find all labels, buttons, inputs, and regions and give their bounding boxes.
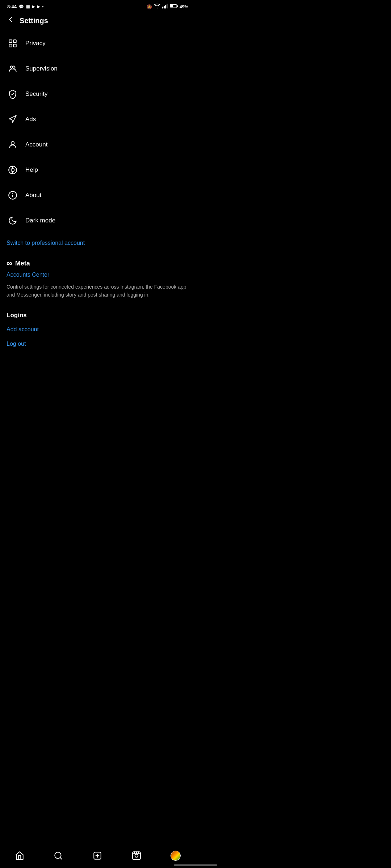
help-button[interactable]: Help bbox=[7, 157, 189, 183]
menu-item-privacy[interactable]: Privacy bbox=[7, 31, 189, 56]
svg-point-15 bbox=[11, 169, 14, 172]
meta-section: ∞ Meta Accounts Center Control settings … bbox=[0, 255, 196, 299]
logins-title: Logins bbox=[7, 312, 189, 319]
back-button[interactable] bbox=[7, 16, 14, 26]
status-bar: 8:44 💬 ▦ ▶ ▶ ● 🔕 bbox=[0, 0, 196, 12]
settings-header: Settings bbox=[0, 12, 196, 31]
time-text: 8:44 bbox=[7, 4, 17, 9]
settings-menu: Privacy Supervision Security bbox=[0, 31, 196, 233]
meta-logo: ∞ Meta bbox=[7, 259, 189, 268]
menu-item-about[interactable]: About bbox=[7, 183, 189, 208]
help-icon bbox=[7, 164, 19, 176]
svg-point-12 bbox=[13, 66, 15, 68]
meta-description: Control settings for connected experienc… bbox=[7, 283, 189, 299]
supervision-icon bbox=[7, 63, 19, 75]
menu-item-security[interactable]: Security bbox=[7, 81, 189, 107]
svg-rect-7 bbox=[9, 40, 12, 43]
svg-rect-6 bbox=[170, 5, 173, 8]
ads-icon bbox=[7, 113, 19, 125]
svg-rect-3 bbox=[167, 4, 168, 9]
add-account-link[interactable]: Add account bbox=[7, 326, 189, 333]
security-button[interactable]: Security bbox=[7, 81, 189, 107]
switch-professional-link[interactable]: Switch to professional account bbox=[7, 240, 85, 246]
sim-icon: ▦ bbox=[26, 4, 30, 9]
chat-icon: 💬 bbox=[19, 4, 24, 9]
signal-icon bbox=[162, 4, 168, 10]
logins-section: Logins Add account Log out bbox=[0, 307, 196, 347]
svg-rect-9 bbox=[9, 44, 12, 47]
status-time: 8:44 💬 ▦ ▶ ▶ ● bbox=[7, 4, 44, 9]
meta-text: Meta bbox=[15, 260, 30, 267]
privacy-icon bbox=[7, 37, 19, 50]
svg-rect-5 bbox=[177, 5, 178, 7]
help-label: Help bbox=[25, 166, 38, 174]
dot-icon: ● bbox=[42, 5, 44, 8]
about-label: About bbox=[25, 192, 41, 199]
mute-icon: 🔕 bbox=[147, 4, 152, 9]
svg-rect-10 bbox=[13, 44, 16, 47]
switch-professional-section: Switch to professional account bbox=[0, 233, 196, 255]
darkmode-label: Dark mode bbox=[25, 217, 55, 224]
svg-rect-0 bbox=[162, 7, 163, 9]
menu-item-account[interactable]: Account bbox=[7, 132, 189, 157]
svg-rect-2 bbox=[165, 5, 166, 9]
svg-point-13 bbox=[11, 141, 14, 145]
youtube-icon1: ▶ bbox=[32, 4, 35, 9]
privacy-label: Privacy bbox=[25, 40, 46, 47]
security-label: Security bbox=[25, 90, 47, 98]
account-icon bbox=[7, 139, 19, 151]
svg-rect-8 bbox=[13, 40, 16, 43]
battery-text: 49% bbox=[180, 4, 188, 9]
ads-label: Ads bbox=[25, 116, 36, 123]
wifi-icon bbox=[154, 4, 160, 10]
status-icons: 🔕 49% bbox=[147, 4, 188, 10]
darkmode-button[interactable]: Dark mode bbox=[7, 208, 189, 233]
security-icon bbox=[7, 88, 19, 100]
menu-item-darkmode[interactable]: Dark mode bbox=[7, 208, 189, 233]
logout-link[interactable]: Log out bbox=[7, 341, 189, 347]
menu-item-ads[interactable]: Ads bbox=[7, 107, 189, 132]
meta-infinity-icon: ∞ bbox=[7, 259, 12, 268]
account-label: Account bbox=[25, 141, 47, 148]
privacy-button[interactable]: Privacy bbox=[7, 31, 189, 56]
svg-rect-1 bbox=[164, 6, 165, 8]
menu-item-supervision[interactable]: Supervision bbox=[7, 56, 189, 81]
account-button[interactable]: Account bbox=[7, 132, 189, 157]
page-title: Settings bbox=[20, 17, 48, 25]
menu-item-help[interactable]: Help bbox=[7, 157, 189, 183]
about-icon bbox=[7, 189, 19, 201]
accounts-center-link[interactable]: Accounts Center bbox=[7, 272, 189, 278]
supervision-button[interactable]: Supervision bbox=[7, 56, 189, 81]
battery-icon bbox=[170, 4, 178, 9]
ads-button[interactable]: Ads bbox=[7, 107, 189, 132]
about-button[interactable]: About bbox=[7, 183, 189, 208]
supervision-label: Supervision bbox=[25, 65, 58, 72]
youtube-icon2: ▶ bbox=[37, 4, 40, 9]
darkmode-icon bbox=[7, 214, 19, 227]
